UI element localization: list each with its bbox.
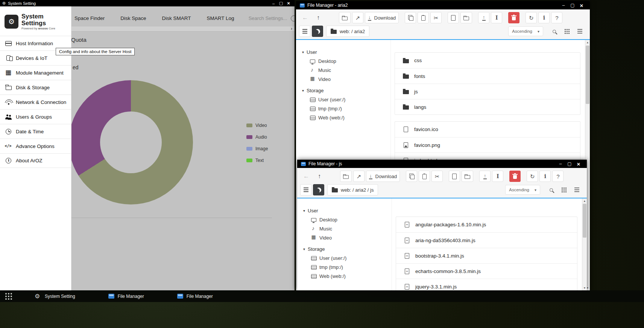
refresh-button[interactable]: ↻: [526, 12, 537, 23]
file-manager-titlebar[interactable]: File Manager - aria2 – ▢ ×: [296, 1, 590, 9]
search-icon[interactable]: [291, 15, 295, 21]
scrollbar-thumb[interactable]: [586, 46, 589, 104]
maximize-button[interactable]: ▢: [565, 161, 574, 166]
legend-item[interactable]: Audio: [246, 134, 268, 140]
minimize-button[interactable]: –: [270, 1, 277, 6]
scroll-right-button[interactable]: ›: [289, 26, 295, 31]
tree-group-storage[interactable]: ▾ Storage: [303, 244, 389, 253]
file-manager-titlebar[interactable]: File Manager - js – ▢ ×: [297, 160, 587, 168]
settings-search-input[interactable]: [249, 15, 295, 21]
close-button[interactable]: ×: [285, 0, 292, 6]
help-button[interactable]: ?: [551, 12, 562, 23]
settings-tab[interactable]: Disk SMART: [162, 15, 191, 21]
tree-item[interactable]: User (user:/): [308, 95, 387, 104]
back-button[interactable]: ←: [300, 171, 312, 182]
sidebar-menu-item[interactable]: Date & Time: [0, 124, 71, 139]
tree-group-user[interactable]: ▾ User: [303, 206, 389, 215]
tree-item[interactable]: Video: [308, 75, 387, 84]
sidebar-menu-item[interactable]: Disk & Storage: [0, 80, 71, 95]
new-folder-button[interactable]: [462, 171, 473, 182]
apps-grid-button[interactable]: [3, 292, 14, 301]
sidebar-menu-item[interactable]: Advance Options: [0, 139, 71, 153]
sidebar-menu-item[interactable]: About ArOZ: [0, 153, 71, 168]
sidebar-menu-item[interactable]: Users & Groups: [0, 109, 71, 124]
rename-button[interactable]: I: [492, 171, 503, 182]
up-button[interactable]: ↑: [313, 12, 324, 23]
tree-item[interactable]: tmp (tmp:/): [309, 262, 389, 272]
open-folder-button[interactable]: [340, 171, 352, 182]
tree-item[interactable]: Web (web:/): [308, 113, 387, 122]
info-button[interactable]: i: [538, 12, 550, 23]
file-row[interactable]: jquery-3.3.1.min.js: [396, 279, 577, 290]
file-row[interactable]: fonts: [395, 68, 580, 84]
open-in-new-button[interactable]: ↗: [352, 12, 363, 23]
minimize-button[interactable]: –: [559, 3, 568, 8]
upload-button[interactable]: ↑: [478, 12, 489, 23]
tree-item[interactable]: Web (web:/): [309, 272, 389, 281]
cut-button[interactable]: ✂: [430, 12, 442, 23]
search-button[interactable]: [548, 26, 560, 37]
paste-button[interactable]: [418, 12, 429, 23]
copy-button[interactable]: [406, 171, 417, 182]
sidebar-menu-item[interactable]: Network & Connection: [0, 95, 71, 109]
tree-item[interactable]: Music: [308, 66, 387, 75]
list-view-button[interactable]: [574, 26, 585, 37]
help-button[interactable]: ?: [552, 171, 564, 182]
delete-button[interactable]: [509, 171, 521, 182]
minimize-button[interactable]: –: [556, 161, 565, 166]
new-folder-button[interactable]: [460, 12, 472, 23]
list-view-button[interactable]: [571, 184, 582, 195]
copy-button[interactable]: [405, 12, 416, 23]
tree-item[interactable]: Video: [309, 233, 389, 242]
close-button[interactable]: ×: [577, 2, 586, 9]
close-button[interactable]: ×: [574, 161, 583, 167]
back-button[interactable]: ←: [299, 12, 311, 23]
open-in-new-button[interactable]: ↗: [353, 171, 365, 182]
legend-item[interactable]: Text: [246, 158, 268, 163]
taskbar-item[interactable]: System Setting: [35, 293, 75, 300]
sidebar-menu-item[interactable]: Module Management: [0, 65, 71, 80]
upload-button[interactable]: ↑: [479, 171, 491, 182]
file-row[interactable]: aria-ng-da5356c403.min.js: [396, 232, 577, 248]
tree-item[interactable]: Desktop: [309, 215, 389, 224]
menu-button[interactable]: [300, 184, 311, 195]
rename-button[interactable]: I: [491, 12, 502, 23]
sort-dropdown[interactable]: Ascending ▾: [508, 26, 543, 36]
settings-tab[interactable]: Space Finder: [74, 15, 105, 21]
legend-item[interactable]: Video: [246, 123, 268, 128]
sort-dropdown[interactable]: Ascending ▾: [505, 185, 540, 195]
file-row[interactable]: langs: [395, 99, 580, 114]
file-row[interactable]: angular-packages-1.6.10.min.js: [396, 217, 577, 232]
tree-item[interactable]: tmp (tmp:/): [308, 104, 387, 113]
delete-button[interactable]: [508, 12, 519, 23]
tree-group-storage[interactable]: ▾ Storage: [302, 86, 387, 95]
breadcrumb[interactable]: web: / aria2 / js: [327, 184, 378, 195]
paste-button[interactable]: [419, 171, 430, 182]
scroll-up-icon[interactable]: ▲: [585, 40, 590, 45]
open-folder-button[interactable]: [339, 12, 351, 23]
vertical-scrollbar[interactable]: ▲ ▼: [582, 198, 587, 290]
refresh-button[interactable]: ↻: [527, 171, 538, 182]
tree-item[interactable]: User (user:/): [309, 253, 389, 262]
system-setting-titlebar[interactable]: ⊛ System Setting – ▢ ×: [0, 0, 295, 6]
legend-item[interactable]: Image: [246, 146, 268, 151]
maximize-button[interactable]: ▢: [277, 1, 285, 6]
file-row[interactable]: css: [395, 53, 580, 68]
download-button[interactable]: ↓Download: [365, 12, 399, 23]
scroll-up-icon[interactable]: ▲: [582, 198, 587, 203]
taskbar-item[interactable]: File Manager: [177, 294, 213, 299]
file-row[interactable]: bootstrap-3.4.1.min.js: [396, 248, 577, 263]
theme-toggle-button[interactable]: [313, 184, 324, 195]
download-button[interactable]: ↓Download: [366, 171, 400, 182]
scroll-down-icon[interactable]: ▼: [582, 285, 587, 290]
new-file-button[interactable]: [448, 12, 459, 23]
new-file-button[interactable]: [449, 171, 460, 182]
taskbar-item[interactable]: File Manager: [108, 294, 144, 299]
scrollbar-thumb[interactable]: [583, 204, 586, 238]
grid-view-button[interactable]: [561, 26, 573, 37]
cut-button[interactable]: ✂: [431, 171, 443, 182]
theme-toggle-button[interactable]: [312, 26, 323, 37]
maximize-button[interactable]: ▢: [568, 3, 577, 8]
breadcrumb[interactable]: web: / aria2: [326, 26, 369, 37]
up-button[interactable]: ↑: [314, 171, 325, 182]
